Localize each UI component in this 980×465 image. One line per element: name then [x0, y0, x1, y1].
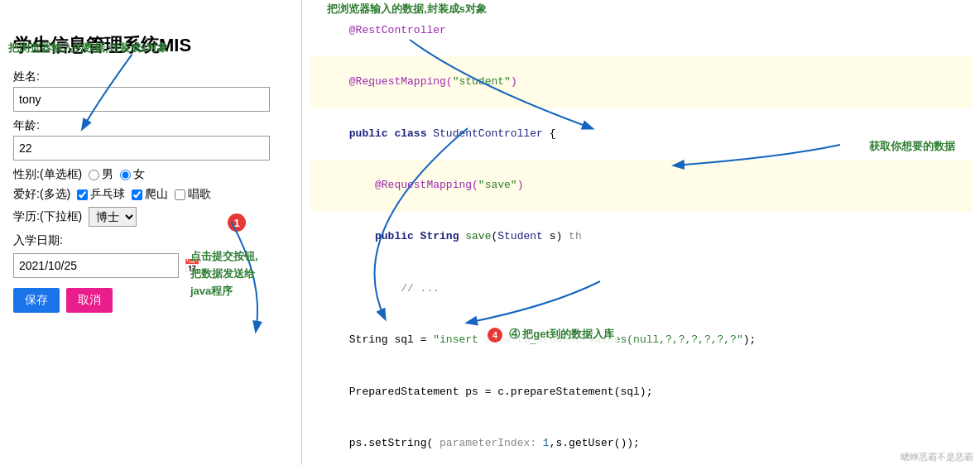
gender-male-text: 男 [102, 167, 113, 182]
annotation-requestmapping1: @Re [349, 75, 368, 88]
gender-female-radio[interactable] [120, 170, 131, 180]
hobby2-label[interactable]: 爬山 [132, 187, 168, 202]
hobby1-checkbox[interactable] [77, 189, 88, 200]
age-label: 年龄: [13, 118, 288, 133]
hobby3-label[interactable]: 唱歌 [175, 187, 211, 202]
hobby3-checkbox[interactable] [175, 189, 185, 200]
gender-female-text: 女 [133, 167, 145, 182]
name-input[interactable] [13, 87, 270, 112]
age-input[interactable] [13, 136, 270, 161]
save-button[interactable]: 保存 [13, 288, 60, 313]
underline-q: q [368, 75, 375, 88]
edu-select[interactable]: 博士 硕士 本科 [89, 207, 137, 227]
gender-female-label[interactable]: 女 [120, 167, 145, 182]
top-annotation-right: 把浏览器输入的数据,封装成s对象 [327, 2, 487, 17]
annotation-4: 4 ④ 把get到的数据入库 [484, 327, 617, 343]
hobby3-text: 唱歌 [188, 187, 211, 202]
gender-label: 性别:(单选框) [13, 167, 82, 182]
gender-male-label[interactable]: 男 [89, 167, 113, 182]
bubble-1: 1 [228, 213, 246, 232]
top-annotation: 把浏览器输入的数据,封装成s对象 [8, 40, 168, 56]
code-line-9: ps.setString( parameterIndex: 1,s.getUse… [310, 418, 972, 465]
hobby1-text: 乒乓球 [90, 187, 125, 202]
bubble-4-inline: 4 [488, 328, 502, 343]
gender-male-radio[interactable] [89, 170, 99, 180]
hobby2-checkbox[interactable] [132, 189, 142, 200]
code-line-5: public String save(Student s) th [310, 212, 972, 263]
name-label: 姓名: [13, 70, 288, 84]
annotation-restcontroller: @RestController [349, 24, 446, 36]
code-line-8: PreparedStatement ps = c.prepareStatemen… [310, 367, 972, 418]
hobby-label: 爱好:(多选) [13, 187, 70, 202]
hobby2-text: 爬山 [145, 187, 168, 202]
watermark: 蟋蟀恶霸不是恶霸 [901, 451, 973, 463]
code-line-6: // ... [310, 263, 972, 314]
annotation-requestmapping1b: uestMapping("student") [375, 75, 517, 88]
bottom-annotation-text: ④ 把get到的数据入库 [509, 328, 614, 340]
left-panel: 把浏览器输入的数据,封装成s对象 学生信息管理系统MIS 姓名: 年龄: 性别:… [0, 0, 302, 465]
date-label: 入学日期: [13, 233, 288, 248]
cancel-button[interactable]: 取消 [66, 288, 113, 313]
code-line-4: @RequestMapping("save") [310, 160, 972, 211]
click-annotation: 点击提交按钮, 把数据发送给 java程序 [190, 248, 258, 300]
code-line-7: String sql = "insert into tb_student val… [310, 314, 972, 366]
annotation-3: 获取你想要的数据 [869, 139, 955, 154]
date-input[interactable] [13, 253, 179, 278]
code-area: @RestController @RequestMapping("student… [302, 0, 980, 465]
edu-label: 学历:(下拉框) [13, 209, 82, 224]
code-line-2: @RequestMapping("student") [310, 56, 972, 108]
right-panel: 把浏览器输入的数据,封装成s对象 2 获取你想要的数据 3 @RestContr… [302, 0, 980, 465]
hobby1-label[interactable]: 乒乓球 [77, 187, 125, 202]
